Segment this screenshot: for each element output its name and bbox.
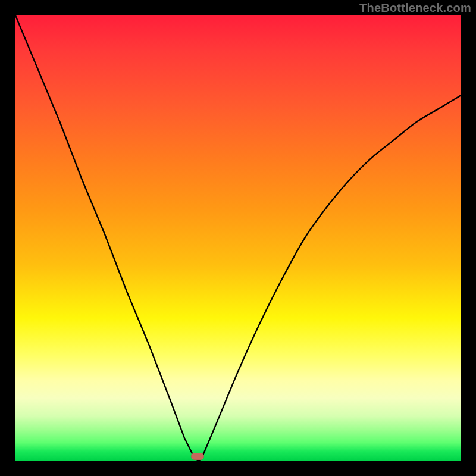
plot-area — [15, 15, 461, 461]
bottleneck-curve — [15, 15, 461, 461]
chart-frame: TheBottleneck.com — [0, 0, 476, 476]
watermark-text: TheBottleneck.com — [359, 1, 471, 15]
optimum-marker — [191, 453, 204, 460]
